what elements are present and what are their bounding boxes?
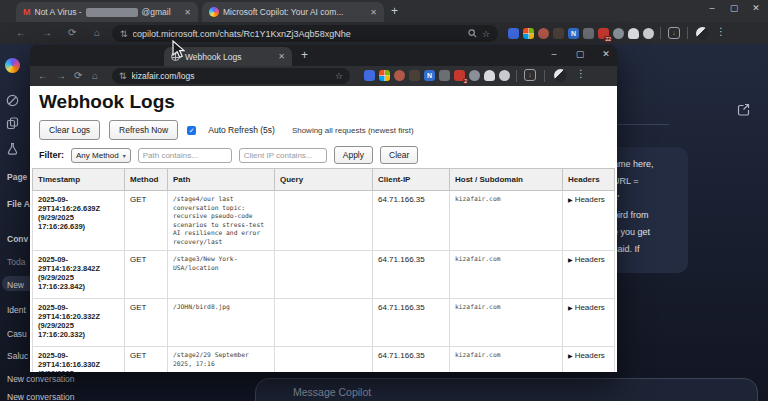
expand-triangle-icon[interactable]: ▶: [568, 353, 573, 359]
window-maximize-button[interactable]: ▢: [726, 3, 742, 13]
popup-minimize-button[interactable]: –: [546, 49, 562, 59]
expand-triangle-icon[interactable]: ▶: [568, 305, 573, 311]
headers-toggle-label[interactable]: Headers: [575, 351, 605, 360]
expand-triangle-icon[interactable]: ▶: [568, 257, 573, 263]
col-host: Host / Subdomain: [450, 169, 563, 191]
shield-extension-icon[interactable]: [508, 28, 519, 39]
reload-icon[interactable]: ⟳: [74, 70, 82, 81]
headers-toggle-label[interactable]: Headers: [575, 303, 605, 312]
zoom-icon[interactable]: [468, 29, 477, 38]
popup-maximize-button[interactable]: ▢: [572, 49, 588, 59]
reload-icon[interactable]: ⟳: [68, 27, 76, 38]
share-icon[interactable]: [736, 102, 751, 117]
sidebar-item-saluc[interactable]: Saluc: [7, 351, 28, 361]
window-close-button[interactable]: ✕: [748, 3, 764, 13]
arc-extension-icon[interactable]: [484, 70, 495, 81]
notion-extension-icon[interactable]: N: [424, 70, 435, 81]
notion-extension-icon[interactable]: N: [568, 28, 579, 39]
message-input[interactable]: [291, 385, 591, 399]
copilot-logo[interactable]: [5, 58, 20, 73]
screenshot-icon[interactable]: ↓: [524, 69, 536, 81]
site-info-icon[interactable]: ⇅: [119, 71, 127, 81]
back-icon[interactable]: ←: [38, 70, 48, 81]
globe-extension-icon[interactable]: [469, 70, 480, 81]
dark-extension-icon[interactable]: [553, 28, 564, 39]
profile-avatar[interactable]: [554, 69, 567, 82]
address-bar[interactable]: ⇅ kizafair.com/logs ☆: [112, 68, 350, 84]
profile-avatar[interactable]: [696, 27, 709, 40]
home-icon[interactable]: ⌂: [92, 70, 98, 81]
cell-method: GET: [125, 347, 168, 373]
sidebar-item-new[interactable]: New: [7, 280, 24, 290]
cell-timestamp: 2025-09-29T14:16:23.842Z (9/29/2025 17:1…: [33, 251, 125, 299]
red-badge-extension-icon[interactable]: 22: [598, 28, 609, 39]
window-minimize-button[interactable]: –: [704, 3, 720, 13]
red-badge-extension-icon[interactable]: 2: [454, 70, 465, 81]
headers-toggle-label[interactable]: Headers: [575, 195, 605, 204]
tab-webhook-logs[interactable]: Webhook Logs ✕: [164, 47, 292, 66]
site-info-icon[interactable]: ⇅: [120, 29, 128, 39]
tab-gmail[interactable]: M Not A Virus - @gmail ✕: [16, 2, 198, 22]
labs-flask-icon[interactable]: [6, 142, 19, 155]
apply-button[interactable]: Apply: [334, 146, 373, 164]
ring-extension-icon[interactable]: [643, 28, 654, 39]
microsoft-extension-icon[interactable]: [379, 70, 390, 81]
tab-copilot[interactable]: Microsoft Copilot: Your AI com... ✕: [202, 2, 384, 22]
expand-triangle-icon[interactable]: ▶: [568, 197, 573, 203]
tab-close-icon[interactable]: ✕: [278, 52, 285, 61]
headers-toggle-label[interactable]: Headers: [575, 255, 605, 264]
tab-close-icon[interactable]: ✕: [184, 8, 191, 17]
person-extension-icon[interactable]: [538, 28, 549, 39]
method-select[interactable]: Any Method ▾: [71, 148, 131, 163]
person-extension-icon[interactable]: [394, 70, 405, 81]
cell-headers[interactable]: ▶Headers: [563, 191, 615, 251]
ring-extension-icon[interactable]: [499, 70, 510, 81]
timestamp-utc: 2025-09-29T14:16:26.639Z: [38, 195, 100, 213]
tab-close-icon[interactable]: ✕: [370, 8, 377, 17]
face-extension-icon[interactable]: [583, 28, 594, 39]
sidebar-item-conversations[interactable]: Conv: [7, 234, 28, 244]
toolbar-separator: [544, 70, 545, 82]
discover-icon[interactable]: [6, 94, 19, 107]
globe-extension-icon[interactable]: [613, 28, 624, 39]
sidebar-item-ident[interactable]: Ident: [7, 305, 26, 315]
bookmark-star-icon[interactable]: ☆: [335, 71, 343, 81]
clear-button[interactable]: Clear: [380, 146, 418, 164]
sidebar-item-new-conversation[interactable]: New conversation: [7, 392, 75, 401]
cell-headers[interactable]: ▶Headers: [563, 299, 615, 347]
cell-headers[interactable]: ▶Headers: [563, 347, 615, 373]
path-filter-input[interactable]: [138, 148, 232, 163]
new-tab-button[interactable]: +: [301, 48, 308, 62]
browser-menu-icon[interactable]: ⋮: [576, 68, 586, 79]
browser-menu-icon[interactable]: ⋮: [716, 26, 726, 37]
sidebar-item-casu[interactable]: Casu: [7, 329, 27, 339]
popup-close-button[interactable]: ✕: [598, 49, 614, 59]
clear-logs-button[interactable]: Clear Logs: [39, 120, 100, 140]
timestamp-local: (9/29/2025 17:16:26.639): [38, 213, 85, 231]
bookmark-star-icon[interactable]: ☆: [482, 29, 490, 39]
sidebar-item-new-conversation[interactable]: New conversation: [7, 374, 75, 384]
forward-icon[interactable]: →: [42, 27, 52, 38]
refresh-now-button[interactable]: Refresh Now: [109, 120, 178, 140]
new-tab-button[interactable]: +: [391, 4, 398, 18]
forward-icon[interactable]: →: [56, 70, 66, 81]
ip-filter-input[interactable]: [239, 148, 327, 163]
microsoft-extension-icon[interactable]: [523, 28, 534, 39]
sidebar-item-files[interactable]: File A: [7, 199, 30, 209]
back-icon[interactable]: ←: [16, 27, 26, 38]
tab-webhook-logs-title: Webhook Logs: [185, 52, 242, 62]
pages-icon[interactable]: [6, 117, 19, 130]
dark-extension-icon[interactable]: [409, 70, 420, 81]
sidebar-item-pages[interactable]: Page: [7, 172, 27, 182]
timestamp-utc: 2025-09-29T14:16:16.330Z: [38, 351, 100, 369]
face-extension-icon[interactable]: [439, 70, 450, 81]
arc-extension-icon[interactable]: [628, 28, 639, 39]
cell-headers[interactable]: ▶Headers: [563, 251, 615, 299]
downloads-icon[interactable]: ↓: [668, 27, 680, 39]
home-icon[interactable]: ⌂: [94, 27, 100, 38]
table-header-row: Timestamp Method Path Query Client-IP Ho…: [33, 169, 615, 191]
shield-extension-icon[interactable]: [364, 70, 375, 81]
copilot-composer[interactable]: [255, 378, 758, 401]
address-bar[interactable]: ⇅ copilot.microsoft.com/chats/Rc1Y1KxnZj…: [112, 25, 498, 42]
auto-refresh-checkbox[interactable]: ✓: [187, 126, 196, 135]
